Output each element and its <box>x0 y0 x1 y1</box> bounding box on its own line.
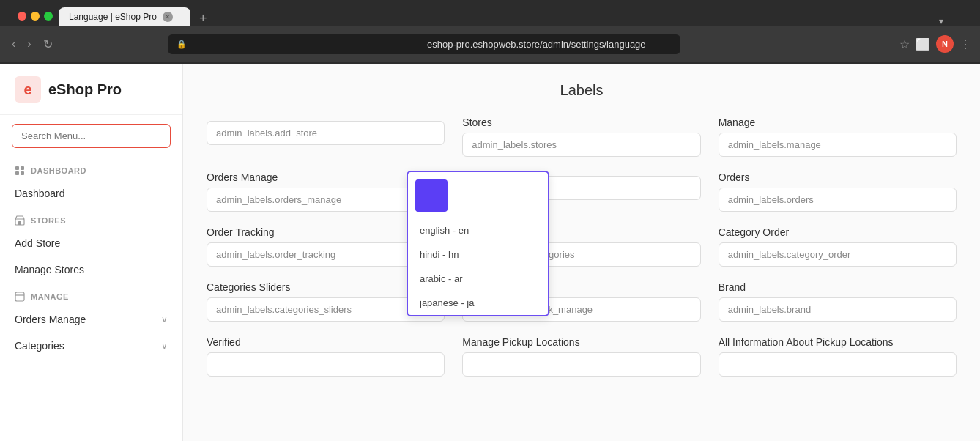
label-input-0[interactable] <box>207 121 445 145</box>
logo-text: eShop Pro <box>48 81 122 98</box>
url-text: eshop-pro.eshopweb.store/admin/settings/… <box>427 39 672 50</box>
sidebar-item-add-store[interactable]: Add Store <box>0 230 182 256</box>
dashboard-section-icon <box>15 166 25 176</box>
sidebar-logo: e eShop Pro <box>0 64 182 115</box>
label-input-all-pickup-info[interactable] <box>719 352 957 377</box>
svg-rect-2 <box>15 166 19 170</box>
dropdown-option-japanese[interactable]: japanese - ja <box>408 291 548 315</box>
svg-rect-5 <box>21 171 24 175</box>
label-group-all-pickup-info: All Information About Pickup Locations <box>719 336 957 377</box>
label-input-category-order[interactable] <box>719 242 957 267</box>
menu-button[interactable]: ⋮ <box>959 37 971 51</box>
dropdown-divider <box>408 215 548 215</box>
label-group-manage: Manage <box>719 116 957 157</box>
nav-section-dashboard: DASHBOARD <box>0 157 182 180</box>
tab-close-button[interactable]: ✕ <box>163 12 173 22</box>
label-heading-category-order: Category Order <box>719 226 957 238</box>
sidebar-item-manage-stores[interactable]: Manage Stores <box>0 256 182 283</box>
dropdown-option-arabic[interactable]: arabic - ar <box>408 267 548 291</box>
sidebar-item-orders-manage[interactable]: Orders Manage ∨ <box>0 306 182 333</box>
dropdown-option-hindi[interactable]: hindi - hn <box>408 242 548 267</box>
active-tab[interactable]: Language | eShop Pro ✕ <box>59 7 190 26</box>
page-title: Labels <box>207 82 957 99</box>
svg-rect-7 <box>18 221 21 225</box>
bookmark-button[interactable]: ☆ <box>899 37 910 51</box>
tab-dropdown-icon[interactable]: ▾ <box>939 16 943 26</box>
label-group-pickup-locations: Manage Pickup Locations <box>462 336 700 377</box>
language-dropdown[interactable]: english - en hindi - hn arabic - ar japa… <box>407 171 549 316</box>
label-heading-orders: Orders <box>719 171 957 183</box>
profile-avatar[interactable]: N <box>936 35 954 53</box>
sidebar-item-categories[interactable]: Categories ∨ <box>0 333 182 359</box>
svg-rect-4 <box>15 171 19 175</box>
label-group-orders: Orders <box>719 171 957 212</box>
dropdown-color-swatch[interactable] <box>415 179 448 212</box>
main-content: Labels Stores Manage Orders Manage <box>183 64 980 441</box>
label-group-category-order: Category Order <box>719 226 957 267</box>
label-heading-verified: Verified <box>207 336 445 348</box>
label-input-pickup-locations[interactable] <box>462 352 700 377</box>
extension-button[interactable]: ⬜ <box>916 37 930 51</box>
new-tab-button[interactable]: + <box>193 11 213 26</box>
label-group-0 <box>207 116 445 157</box>
svg-rect-3 <box>21 166 24 170</box>
label-group-stores: Stores <box>462 116 700 157</box>
categories-chevron: ∨ <box>161 341 168 351</box>
reload-button[interactable]: ↻ <box>40 34 56 54</box>
labels-grid: Stores Manage Orders Manage Orders <box>207 116 957 377</box>
orders-manage-chevron: ∨ <box>161 314 168 325</box>
nav-section-manage: MANAGE <box>0 283 182 306</box>
stores-section-icon <box>15 215 25 226</box>
label-input-stores[interactable] <box>462 133 700 157</box>
svg-rect-8 <box>15 292 24 301</box>
manage-section-icon <box>15 292 25 302</box>
address-bar[interactable]: 🔒 eshop-pro.eshopweb.store/admin/setting… <box>168 34 680 54</box>
label-heading-brand: Brand <box>719 281 957 293</box>
label-group-brand: Brand <box>719 281 957 322</box>
dropdown-option-english[interactable]: english - en <box>408 218 548 242</box>
sidebar: e eShop Pro DASHBOARD Dashboard <box>0 64 183 441</box>
sidebar-item-dashboard[interactable]: Dashboard <box>0 180 182 207</box>
label-input-verified[interactable] <box>207 352 445 377</box>
svg-text:e: e <box>23 81 31 97</box>
label-input-brand[interactable] <box>719 297 957 322</box>
label-input-orders[interactable] <box>719 188 957 212</box>
label-heading-manage: Manage <box>719 116 957 128</box>
nav-section-stores: STORES <box>0 207 182 230</box>
forward-button[interactable]: › <box>24 34 34 53</box>
label-heading-stores: Stores <box>462 116 700 128</box>
label-heading-all-pickup-info: All Information About Pickup Locations <box>719 336 957 348</box>
search-menu-input[interactable] <box>12 124 171 148</box>
label-input-manage[interactable] <box>719 133 957 157</box>
back-button[interactable]: ‹ <box>9 34 18 53</box>
logo-icon: e <box>15 76 41 103</box>
label-group-verified: Verified <box>207 336 445 377</box>
label-heading-pickup-locations: Manage Pickup Locations <box>462 336 700 348</box>
tab-title: Language | eShop Pro <box>69 12 157 22</box>
